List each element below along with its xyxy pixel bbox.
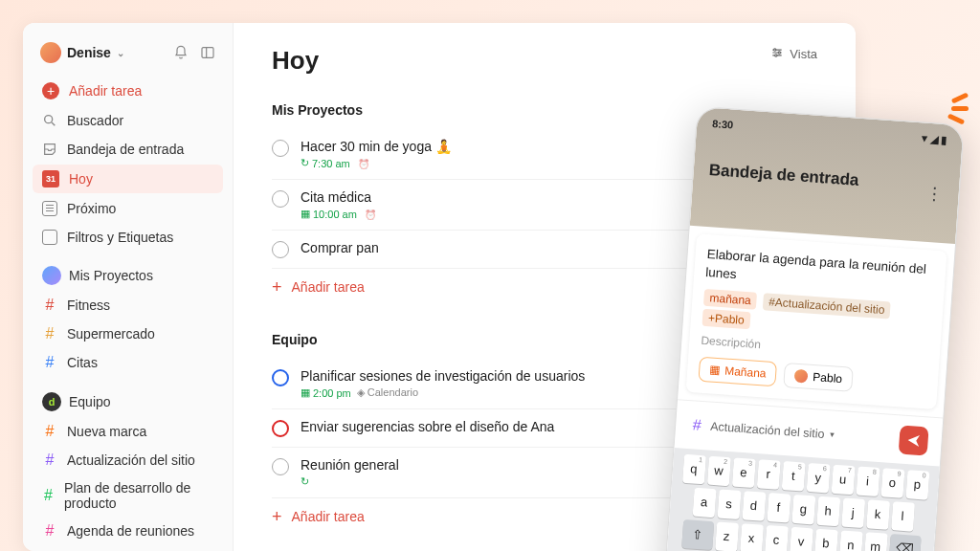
keyboard-key[interactable]: u7: [831, 464, 855, 495]
keyboard-key[interactable]: i8: [856, 466, 880, 496]
keyboard-key[interactable]: a: [692, 487, 716, 518]
sidebar-project-item[interactable]: #Nueva marca: [33, 417, 223, 446]
user-name: Denise: [67, 45, 111, 60]
sidebar-item-filters[interactable]: Filtros y Etiquetas: [33, 224, 223, 251]
project-selector[interactable]: # Actualización del sitio ▾: [689, 416, 835, 444]
sidebar-toggle-icon[interactable]: [200, 45, 215, 60]
filter-icon: [42, 230, 57, 245]
backspace-key[interactable]: ⌫: [888, 534, 921, 551]
task-time: 7:30 am: [301, 157, 350, 169]
chip-date[interactable]: mañana: [703, 289, 757, 310]
task-meta: 7:30 am: [301, 157, 452, 169]
task-title: Enviar sugerencias sobre el diseño de An…: [301, 419, 554, 434]
keyboard-key[interactable]: p0: [905, 470, 929, 500]
calendar-icon: [42, 201, 57, 216]
project-label: Actualización del sitio: [67, 452, 195, 468]
keyboard-key[interactable]: t5: [781, 461, 805, 492]
task-checkbox[interactable]: [272, 369, 289, 386]
keyboard-key[interactable]: n: [838, 530, 862, 551]
chip-project[interactable]: #Actualización del sitio: [763, 293, 891, 319]
view-toggle-button[interactable]: Vista: [770, 46, 817, 62]
chevron-down-icon: ▾: [830, 430, 835, 439]
hash-icon: #: [42, 522, 57, 540]
keyboard-key[interactable]: z: [715, 521, 739, 551]
keyboard-key[interactable]: r4: [756, 459, 780, 490]
sidebar-section-team[interactable]: d Equipo: [33, 379, 223, 415]
keyboard-key[interactable]: y6: [806, 463, 830, 494]
svg-line-3: [52, 122, 55, 125]
task-checkbox[interactable]: [272, 190, 289, 208]
svg-point-8: [778, 52, 780, 54]
plus-circle-icon: +: [42, 82, 59, 99]
signal-icon: ◢: [930, 133, 939, 146]
sidebar-project-item[interactable]: #Actualización del sitio: [33, 446, 223, 474]
keyboard-key[interactable]: k: [866, 499, 890, 530]
sidebar-project-item[interactable]: #Plan de desarrollo de producto: [33, 474, 223, 517]
calendar-today-icon: 31: [42, 170, 59, 187]
task-time: ▦ 2:00 pm: [301, 386, 351, 399]
hash-icon: #: [42, 487, 55, 504]
assignee-pill[interactable]: Pablo: [784, 363, 854, 392]
keyboard-key[interactable]: m: [863, 532, 887, 551]
sidebar-label: Filtros y Etiquetas: [67, 230, 173, 245]
keyboard-key[interactable]: l: [891, 501, 915, 532]
keyboard-key[interactable]: g: [791, 495, 815, 525]
keyboard-key[interactable]: s: [717, 489, 741, 519]
inbox-icon: [42, 142, 57, 157]
task-tag: ◈ Calendario: [357, 386, 418, 399]
task-checkbox[interactable]: [272, 458, 289, 475]
keyboard-key[interactable]: q1: [681, 454, 705, 485]
sidebar-project-item[interactable]: #Supermercado: [33, 320, 223, 348]
task-checkbox[interactable]: [272, 420, 289, 437]
date-pill[interactable]: ▦ Mañana: [698, 356, 777, 386]
sidebar: Denise ⌄ + Añadir tarea Buscador: [23, 23, 234, 551]
sidebar-project-item[interactable]: #Fitness: [33, 291, 223, 320]
keyboard-key[interactable]: h: [816, 496, 840, 526]
keyboard-key[interactable]: x: [740, 523, 764, 551]
task-meta: ▦ 2:00 pm◈ Calendario: [301, 386, 585, 399]
keyboard-key[interactable]: o9: [880, 468, 904, 498]
keyboard-key[interactable]: e3: [731, 457, 755, 488]
task-checkbox[interactable]: [272, 140, 289, 157]
phone-task-card: Elaborar la agenda para la reunión del l…: [686, 233, 947, 409]
hash-icon: #: [42, 423, 57, 440]
sidebar-section-my-projects[interactable]: Mis Proyectos: [33, 253, 223, 289]
keyboard-key[interactable]: w2: [706, 455, 730, 486]
keyboard-key[interactable]: c: [765, 525, 789, 551]
sidebar-label: Próximo: [67, 201, 116, 216]
sidebar-project-item[interactable]: #Citas: [33, 348, 223, 377]
battery-icon: ▮: [941, 134, 947, 146]
hash-icon: #: [42, 325, 57, 342]
add-task-label: Añadir tarea: [69, 83, 142, 99]
keyboard-key[interactable]: f: [767, 493, 791, 523]
sidebar-top: Denise ⌄: [33, 38, 223, 75]
svg-point-9: [775, 55, 777, 56]
plus-icon: +: [272, 278, 282, 296]
recurring-icon: ↻: [301, 475, 309, 488]
task-title: Planificar sesiones de investigación de …: [301, 368, 585, 384]
sidebar-item-upcoming[interactable]: Próximo: [33, 195, 223, 222]
bell-icon[interactable]: [173, 45, 189, 60]
sidebar-item-inbox[interactable]: Bandeja de entrada: [33, 136, 223, 163]
page-title: Hoy: [272, 46, 319, 76]
phone-keyboard: q1w2e3r4t5y6u7i8o9p0 asdfghjkl ⇧zxcvbnm⌫: [667, 448, 940, 551]
keyboard-key[interactable]: b: [813, 528, 837, 551]
sidebar-top-icons: [173, 45, 215, 60]
phone-pills-row: ▦ Mañana Pablo: [698, 356, 926, 397]
sidebar-item-today[interactable]: 31 Hoy: [33, 165, 223, 193]
keyboard-key[interactable]: d: [742, 491, 766, 521]
more-menu-icon[interactable]: ⋮: [925, 183, 944, 205]
task-checkbox[interactable]: [272, 241, 289, 258]
sidebar-item-search[interactable]: Buscador: [33, 107, 223, 134]
add-task-button[interactable]: + Añadir tarea: [33, 77, 223, 105]
view-label: Vista: [790, 47, 817, 61]
sidebar-project-item[interactable]: #Agenda de reuniones: [33, 517, 223, 545]
keyboard-key[interactable]: j: [841, 497, 865, 528]
send-button[interactable]: [899, 425, 929, 455]
shift-key[interactable]: ⇧: [681, 519, 714, 550]
keyboard-key[interactable]: v: [789, 527, 813, 551]
task-meta: ▦ 10:00 am: [301, 208, 376, 220]
user-menu[interactable]: Denise ⌄: [40, 42, 124, 63]
chip-assignee[interactable]: +Pablo: [702, 309, 750, 329]
assignee-avatar: [794, 368, 809, 383]
